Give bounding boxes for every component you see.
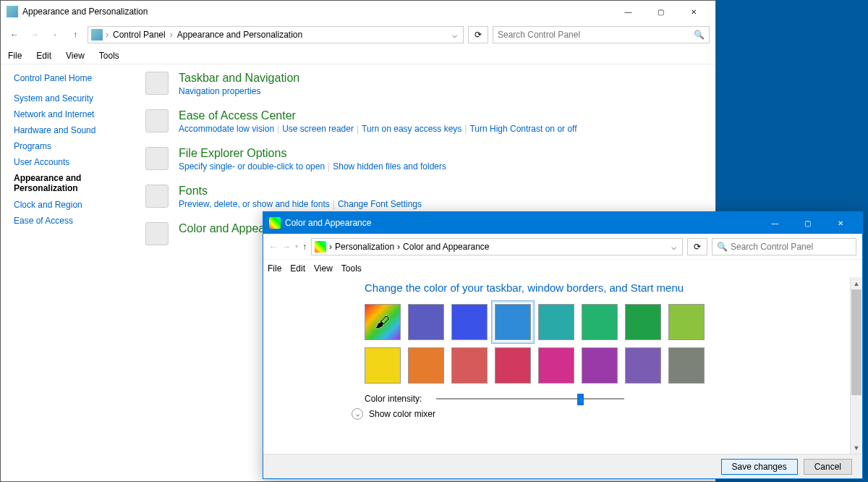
sidebar-item-programs[interactable]: Programs [14, 141, 124, 151]
color-mixer-toggle[interactable]: ⌵ Show color mixer [352, 408, 828, 420]
maximize-button[interactable]: ▢ [644, 1, 677, 22]
refresh-button[interactable]: ⟳ [468, 26, 488, 43]
recent-dropdown[interactable]: ▾ [47, 27, 63, 43]
category-heading[interactable]: Ease of Access Center [179, 109, 577, 122]
address-icon [315, 241, 326, 253]
scroll-up-arrow[interactable]: ▲ [851, 277, 862, 289]
color-swatch[interactable] [625, 347, 661, 384]
sidebar-item-users[interactable]: User Accounts [14, 157, 124, 167]
up-button[interactable]: ↑ [67, 27, 83, 43]
search-box[interactable]: 🔍 [493, 26, 710, 43]
category-sublink[interactable]: Show hidden files and folders [333, 161, 446, 172]
color-swatch[interactable] [495, 304, 531, 340]
back-button[interactable]: ← [269, 242, 278, 252]
color-swatch[interactable] [538, 304, 574, 340]
address-bar[interactable]: › Personalization › Color and Appearance… [311, 238, 683, 255]
color-swatch[interactable] [451, 347, 488, 384]
forward-button[interactable]: → [27, 27, 43, 43]
save-changes-button[interactable]: Save changes [721, 459, 798, 475]
chevron-down-icon: ⌵ [352, 408, 363, 420]
search-icon: 🔍 [717, 242, 728, 252]
sidebar-item-clock[interactable]: Clock and Region [14, 200, 124, 210]
category-sublink[interactable]: Turn on easy access keys [362, 124, 461, 134]
category-sublink[interactable]: Specify single- or double-click to open [179, 161, 325, 172]
menu-file[interactable]: File [268, 263, 281, 274]
category-sublink[interactable]: Change Font Settings [338, 199, 422, 209]
category-icon [145, 185, 169, 208]
color-swatch[interactable] [408, 347, 444, 384]
breadcrumb-item[interactable]: Personalization [335, 242, 394, 252]
breadcrumb-separator: › [397, 242, 400, 252]
slider-thumb[interactable] [577, 394, 584, 405]
menu-view[interactable]: View [63, 49, 88, 62]
menu-edit[interactable]: Edit [290, 263, 305, 274]
sidebar-item-home[interactable]: Control Panel Home [14, 73, 124, 83]
address-dropdown[interactable]: ⌵ [668, 242, 679, 252]
color-swatch[interactable] [365, 347, 401, 384]
color-swatch-grid [365, 304, 828, 384]
maximize-button[interactable]: ▢ [791, 213, 824, 233]
sidebar-item-system[interactable]: System and Security [14, 93, 124, 103]
category-sublink[interactable]: Accommodate low vision [179, 124, 274, 134]
sidebar-item-appearance[interactable]: Appearance and Personalization [14, 173, 124, 194]
minimize-button[interactable]: — [612, 1, 644, 22]
address-dropdown[interactable]: ⌵ [449, 30, 460, 40]
sidebar-item-ease[interactable]: Ease of Access [14, 216, 124, 226]
titlebar: Appearance and Personalization — ▢ ✕ [1, 1, 715, 22]
sidebar-item-network[interactable]: Network and Internet [14, 109, 124, 119]
color-swatch[interactable] [408, 304, 444, 340]
main-panel: Change the color of your taskbar, window… [263, 277, 850, 454]
recent-dropdown[interactable]: ▾ [295, 243, 298, 250]
breadcrumb-item[interactable]: Control Panel [111, 30, 167, 40]
nav-row: ← → ▾ ↑ › Control Panel › Appearance and… [1, 22, 715, 47]
search-box[interactable]: 🔍 [712, 238, 856, 255]
window-title: Color and Appearance [285, 218, 759, 228]
color-swatch[interactable] [451, 304, 488, 340]
menu-tools[interactable]: Tools [96, 49, 122, 62]
category-sublink[interactable]: Preview, delete, or show and hide fonts [179, 199, 330, 209]
sidebar-item-hardware[interactable]: Hardware and Sound [14, 125, 124, 135]
color-swatch[interactable] [582, 347, 618, 384]
category-sublink[interactable]: Use screen reader [282, 124, 354, 134]
color-swatch[interactable] [582, 304, 618, 340]
titlebar: Color and Appearance — ▢ ✕ [263, 212, 862, 234]
category-icon [145, 222, 169, 245]
color-swatch[interactable] [668, 347, 705, 384]
close-button[interactable]: ✕ [824, 213, 856, 233]
category-sublink[interactable]: Turn High Contrast on or off [469, 124, 576, 134]
breadcrumb-item[interactable]: Color and Appearance [403, 242, 489, 252]
address-bar[interactable]: › Control Panel › Appearance and Persona… [88, 26, 464, 43]
back-button[interactable]: ← [7, 27, 22, 43]
color-swatch[interactable] [538, 347, 574, 384]
close-button[interactable]: ✕ [677, 1, 710, 22]
color-swatch[interactable] [625, 304, 661, 340]
category-links: Navigation properties [179, 86, 299, 96]
intensity-slider[interactable] [436, 398, 624, 399]
menu-tools[interactable]: Tools [341, 263, 362, 274]
search-input[interactable] [498, 30, 694, 40]
category-sublink[interactable]: Navigation properties [179, 86, 260, 96]
search-input[interactable] [731, 242, 851, 252]
cancel-button[interactable]: Cancel [804, 459, 852, 475]
color-swatch[interactable] [365, 304, 401, 340]
color-swatch[interactable] [668, 304, 705, 340]
breadcrumb-item[interactable]: Appearance and Personalization [176, 30, 304, 40]
category-row: Ease of Access Center Accommodate low vi… [145, 109, 701, 134]
scroll-down-arrow[interactable]: ▼ [851, 441, 862, 454]
minimize-button[interactable]: — [759, 213, 791, 233]
up-button[interactable]: ↑ [302, 242, 307, 252]
category-icon [145, 72, 169, 95]
page-heading: Change the color of your taskbar, window… [365, 282, 828, 294]
refresh-button[interactable]: ⟳ [687, 238, 707, 255]
category-heading[interactable]: File Explorer Options [179, 147, 446, 160]
menu-edit[interactable]: Edit [33, 49, 54, 62]
window-title: Appearance and Personalization [22, 7, 612, 17]
category-heading[interactable]: Taskbar and Navigation [179, 72, 299, 85]
vertical-scrollbar[interactable]: ▲ ▼ [850, 277, 862, 454]
menu-file[interactable]: File [5, 49, 25, 62]
category-heading[interactable]: Fonts [179, 185, 422, 198]
color-swatch[interactable] [495, 347, 531, 384]
scroll-thumb[interactable] [851, 289, 861, 395]
forward-button[interactable]: → [282, 242, 291, 252]
menu-view[interactable]: View [314, 263, 333, 274]
